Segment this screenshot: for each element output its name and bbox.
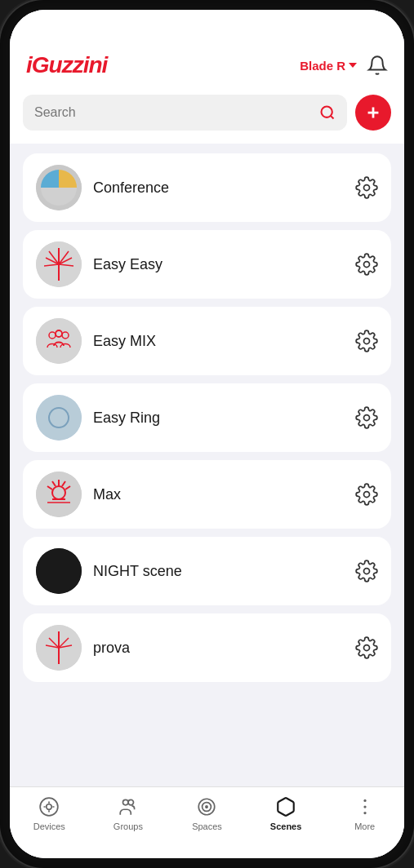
settings-icon-max[interactable] (355, 483, 378, 506)
header: iGuzzini Blade R (10, 46, 404, 88)
svg-point-21 (36, 472, 82, 517)
max-scene-icon (36, 472, 82, 517)
scene-icon-max (36, 472, 82, 517)
phone-frame: iGuzzini Blade R (0, 0, 414, 868)
scene-name-easy-easy: Easy Easy (93, 256, 344, 273)
svg-point-20 (364, 415, 370, 421)
search-input[interactable] (34, 105, 313, 120)
settings-icon-prova[interactable] (355, 636, 378, 659)
svg-point-32 (364, 569, 370, 574)
svg-point-39 (364, 645, 370, 651)
scene-name-conference: Conference (93, 179, 344, 197)
easy-ring-scene-icon (36, 395, 82, 441)
scene-icon-prova (36, 625, 82, 671)
scene-item-conference[interactable]: Conference (23, 153, 391, 222)
devices-nav-icon (38, 795, 60, 818)
search-container (10, 88, 404, 144)
settings-icon-easy-mix[interactable] (355, 330, 378, 352)
prova-scene-icon (36, 625, 82, 671)
scene-item-prova[interactable]: prova (23, 613, 391, 682)
svg-point-48 (363, 812, 366, 814)
nav-label-more: More (354, 822, 375, 831)
nav-item-more[interactable]: More (325, 795, 404, 831)
nav-label-scenes: Scenes (270, 822, 302, 831)
night-scene-icon (36, 548, 82, 594)
svg-point-47 (363, 805, 366, 808)
scene-icon-easy-mix (36, 318, 82, 364)
scene-item-easy-ring[interactable]: Easy Ring (23, 383, 391, 452)
scene-icon-conference (36, 165, 82, 210)
scene-name-max: Max (93, 486, 344, 503)
easy-easy-scene-icon (36, 241, 82, 287)
search-icon (319, 104, 336, 121)
svg-point-40 (47, 804, 52, 810)
svg-point-46 (363, 799, 366, 802)
scene-icon-easy-ring (36, 395, 82, 441)
svg-point-45 (206, 806, 207, 808)
svg-point-12 (36, 318, 82, 364)
svg-point-41 (122, 799, 128, 805)
scene-list: Conference (10, 144, 404, 786)
settings-icon-night[interactable] (355, 560, 378, 582)
scene-item-easy-easy[interactable]: Easy Easy (23, 230, 391, 299)
device-selector[interactable]: Blade R (300, 59, 357, 73)
device-name: Blade R (300, 59, 345, 73)
app-logo: iGuzzini (26, 52, 107, 78)
svg-point-11 (364, 262, 370, 268)
screen: iGuzzini Blade R (10, 10, 404, 858)
scene-item-max[interactable]: Max (23, 460, 391, 529)
chevron-down-icon (349, 63, 357, 68)
scene-item-night[interactable]: NIGHT scene (23, 537, 391, 605)
scene-name-night: NIGHT scene (93, 563, 344, 580)
nav-item-scenes[interactable]: Scenes (247, 795, 326, 831)
nav-item-spaces[interactable]: Spaces (167, 795, 247, 831)
settings-icon-easy-easy[interactable] (355, 253, 378, 276)
svg-point-2 (364, 185, 370, 191)
bottom-nav: Devices Groups (10, 786, 404, 858)
phone-inner: iGuzzini Blade R (10, 10, 404, 858)
svg-point-30 (364, 492, 370, 498)
spaces-nav-icon (195, 795, 218, 818)
nav-item-devices[interactable]: Devices (10, 795, 89, 831)
nav-item-groups[interactable]: Groups (89, 795, 168, 831)
scene-name-easy-mix: Easy MIX (93, 333, 344, 350)
scene-icon-night (36, 548, 82, 594)
status-bar (10, 10, 404, 46)
scene-item-easy-mix[interactable]: Easy MIX (23, 307, 391, 375)
svg-point-16 (364, 339, 370, 344)
scene-icon-easy-easy (36, 241, 82, 287)
svg-point-0 (322, 107, 332, 117)
settings-icon-easy-ring[interactable] (355, 406, 378, 429)
scenes-nav-icon (274, 795, 297, 818)
add-scene-button[interactable] (355, 95, 391, 131)
svg-point-42 (128, 799, 134, 805)
scene-name-easy-ring: Easy Ring (93, 410, 344, 427)
scene-name-prova: prova (93, 640, 344, 657)
nav-label-devices: Devices (33, 822, 65, 831)
conference-scene-icon (36, 165, 82, 210)
plus-icon (364, 104, 382, 122)
more-nav-icon (354, 795, 376, 818)
notifications-icon[interactable] (367, 55, 388, 76)
header-right: Blade R (300, 55, 388, 76)
settings-icon-conference[interactable] (355, 176, 378, 199)
easy-mix-scene-icon (36, 318, 82, 364)
nav-label-groups: Groups (114, 822, 143, 831)
groups-nav-icon (117, 795, 140, 818)
svg-point-31 (36, 548, 82, 594)
search-bar[interactable] (23, 95, 347, 131)
nav-label-spaces: Spaces (192, 822, 222, 831)
